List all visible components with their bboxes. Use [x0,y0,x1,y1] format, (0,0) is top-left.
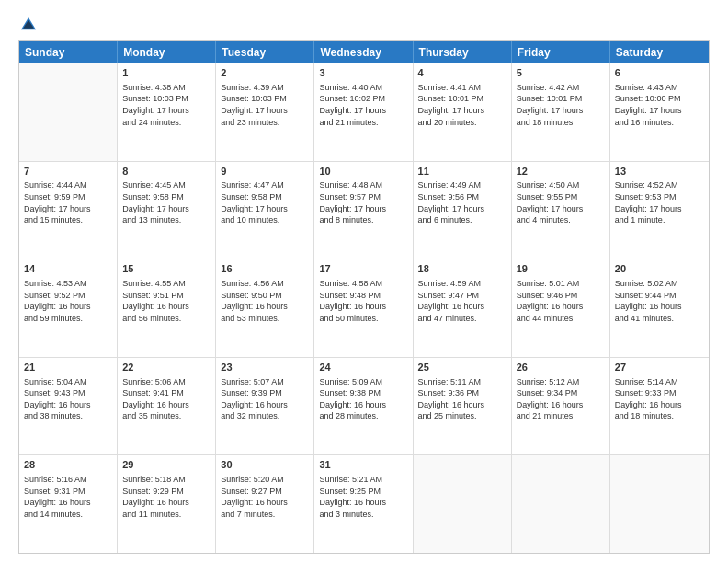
day-number: 9 [221,165,309,178]
day-number: 12 [517,165,605,178]
day-number: 4 [418,66,506,80]
day-number: 20 [615,262,704,276]
cell-text: Sunrise: 4:58 AM Sunset: 9:48 PM Dayligh… [319,278,407,324]
cal-cell [512,455,610,553]
cal-header-saturday: Saturday [610,41,709,63]
day-number: 1 [122,66,210,80]
cal-cell: 19Sunrise: 5:01 AM Sunset: 9:46 PM Dayli… [512,259,610,357]
cal-cell: 4Sunrise: 4:41 AM Sunset: 10:01 PM Dayli… [414,63,512,161]
day-number: 23 [221,361,309,374]
cal-week-1: 1Sunrise: 4:38 AM Sunset: 10:03 PM Dayli… [19,63,709,162]
page: SundayMondayTuesdayWednesdayThursdayFrid… [0,0,728,563]
cal-cell: 29Sunrise: 5:18 AM Sunset: 9:29 PM Dayli… [118,455,216,553]
day-number: 8 [122,165,210,178]
cal-cell: 23Sunrise: 5:07 AM Sunset: 9:39 PM Dayli… [216,358,314,455]
day-number: 21 [24,361,112,374]
cal-cell: 15Sunrise: 4:55 AM Sunset: 9:51 PM Dayli… [118,259,216,357]
cal-header-monday: Monday [118,41,216,63]
cell-text: Sunrise: 4:53 AM Sunset: 9:52 PM Dayligh… [24,278,112,324]
cal-cell: 20Sunrise: 5:02 AM Sunset: 9:44 PM Dayli… [610,259,709,357]
cal-cell: 17Sunrise: 4:58 AM Sunset: 9:48 PM Dayli… [314,259,413,357]
cell-text: Sunrise: 5:09 AM Sunset: 9:38 PM Dayligh… [319,376,407,422]
day-number: 10 [319,165,407,178]
cell-text: Sunrise: 5:14 AM Sunset: 9:33 PM Dayligh… [615,376,704,422]
cal-cell: 12Sunrise: 4:50 AM Sunset: 9:55 PM Dayli… [512,162,610,259]
cell-text: Sunrise: 5:18 AM Sunset: 9:29 PM Dayligh… [122,474,210,520]
day-number: 14 [24,262,112,276]
cal-cell: 5Sunrise: 4:42 AM Sunset: 10:01 PM Dayli… [512,63,610,161]
cell-text: Sunrise: 4:47 AM Sunset: 9:58 PM Dayligh… [221,179,309,225]
cell-text: Sunrise: 4:59 AM Sunset: 9:47 PM Dayligh… [418,278,506,324]
day-number: 3 [319,66,407,80]
cal-week-3: 14Sunrise: 4:53 AM Sunset: 9:52 PM Dayli… [19,259,709,358]
day-number: 2 [221,66,309,80]
logo [18,15,40,35]
cell-text: Sunrise: 4:50 AM Sunset: 9:55 PM Dayligh… [517,179,605,225]
cal-cell [19,63,118,161]
day-number: 16 [221,262,309,276]
day-number: 31 [319,458,407,472]
cal-cell [414,455,512,553]
day-number: 18 [418,262,506,276]
cal-week-4: 21Sunrise: 5:04 AM Sunset: 9:43 PM Dayli… [19,358,709,456]
day-number: 13 [615,165,704,178]
cell-text: Sunrise: 4:39 AM Sunset: 10:03 PM Daylig… [221,82,309,128]
calendar: SundayMondayTuesdayWednesdayThursdayFrid… [18,40,710,554]
cal-cell: 8Sunrise: 4:45 AM Sunset: 9:58 PM Daylig… [118,162,216,259]
cell-text: Sunrise: 4:43 AM Sunset: 10:00 PM Daylig… [615,82,704,128]
cal-cell: 27Sunrise: 5:14 AM Sunset: 9:33 PM Dayli… [610,358,709,455]
cal-cell: 18Sunrise: 4:59 AM Sunset: 9:47 PM Dayli… [414,259,512,357]
cal-cell: 25Sunrise: 5:11 AM Sunset: 9:36 PM Dayli… [414,358,512,455]
cell-text: Sunrise: 4:56 AM Sunset: 9:50 PM Dayligh… [221,278,309,324]
cal-cell: 9Sunrise: 4:47 AM Sunset: 9:58 PM Daylig… [216,162,314,259]
day-number: 29 [122,458,210,472]
cell-text: Sunrise: 4:45 AM Sunset: 9:58 PM Dayligh… [122,179,210,225]
cal-cell: 6Sunrise: 4:43 AM Sunset: 10:00 PM Dayli… [610,63,709,161]
cal-cell: 13Sunrise: 4:52 AM Sunset: 9:53 PM Dayli… [610,162,709,259]
cell-text: Sunrise: 4:49 AM Sunset: 9:56 PM Dayligh… [418,179,506,225]
cal-cell: 14Sunrise: 4:53 AM Sunset: 9:52 PM Dayli… [19,259,118,357]
cell-text: Sunrise: 4:55 AM Sunset: 9:51 PM Dayligh… [122,278,210,324]
cell-text: Sunrise: 5:20 AM Sunset: 9:27 PM Dayligh… [221,474,309,520]
day-number: 24 [319,361,407,374]
cell-text: Sunrise: 5:01 AM Sunset: 9:46 PM Dayligh… [517,278,605,324]
calendar-body: 1Sunrise: 4:38 AM Sunset: 10:03 PM Dayli… [19,63,709,553]
logo-icon [18,15,39,35]
cell-text: Sunrise: 4:44 AM Sunset: 9:59 PM Dayligh… [24,179,112,225]
day-number: 19 [517,262,605,276]
cal-cell: 21Sunrise: 5:04 AM Sunset: 9:43 PM Dayli… [19,358,118,455]
cal-header-thursday: Thursday [414,41,512,63]
day-number: 30 [221,458,309,472]
cell-text: Sunrise: 4:42 AM Sunset: 10:01 PM Daylig… [517,82,605,128]
cal-cell [610,455,709,553]
cal-cell: 7Sunrise: 4:44 AM Sunset: 9:59 PM Daylig… [19,162,118,259]
day-number: 15 [122,262,210,276]
cell-text: Sunrise: 5:06 AM Sunset: 9:41 PM Dayligh… [122,376,210,422]
cell-text: Sunrise: 5:07 AM Sunset: 9:39 PM Dayligh… [221,376,309,422]
cal-cell: 11Sunrise: 4:49 AM Sunset: 9:56 PM Dayli… [414,162,512,259]
cal-cell: 31Sunrise: 5:21 AM Sunset: 9:25 PM Dayli… [314,455,413,553]
cal-header-wednesday: Wednesday [314,41,413,63]
cal-cell: 1Sunrise: 4:38 AM Sunset: 10:03 PM Dayli… [118,63,216,161]
cell-text: Sunrise: 4:48 AM Sunset: 9:57 PM Dayligh… [319,179,407,225]
cell-text: Sunrise: 4:41 AM Sunset: 10:01 PM Daylig… [418,82,506,128]
cell-text: Sunrise: 5:16 AM Sunset: 9:31 PM Dayligh… [24,474,112,520]
day-number: 27 [615,361,704,374]
cal-cell: 28Sunrise: 5:16 AM Sunset: 9:31 PM Dayli… [19,455,118,553]
cell-text: Sunrise: 4:40 AM Sunset: 10:02 PM Daylig… [319,82,407,128]
cal-cell: 3Sunrise: 4:40 AM Sunset: 10:02 PM Dayli… [314,63,413,161]
cal-cell: 30Sunrise: 5:20 AM Sunset: 9:27 PM Dayli… [216,455,314,553]
cell-text: Sunrise: 5:04 AM Sunset: 9:43 PM Dayligh… [24,376,112,422]
day-number: 5 [517,66,605,80]
cal-cell: 10Sunrise: 4:48 AM Sunset: 9:57 PM Dayli… [314,162,413,259]
cell-text: Sunrise: 5:02 AM Sunset: 9:44 PM Dayligh… [615,278,704,324]
cal-cell: 22Sunrise: 5:06 AM Sunset: 9:41 PM Dayli… [118,358,216,455]
cal-header-sunday: Sunday [19,41,118,63]
header [18,15,710,35]
cal-header-friday: Friday [512,41,610,63]
cell-text: Sunrise: 5:21 AM Sunset: 9:25 PM Dayligh… [319,474,407,520]
day-number: 25 [418,361,506,374]
day-number: 11 [418,165,506,178]
calendar-header-row: SundayMondayTuesdayWednesdayThursdayFrid… [19,41,709,63]
day-number: 28 [24,458,112,472]
